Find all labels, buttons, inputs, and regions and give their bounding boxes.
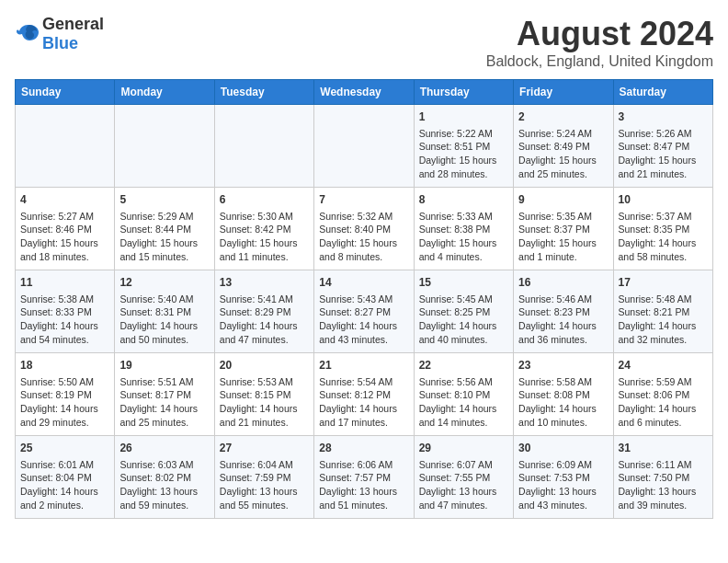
day-number: 15 (419, 275, 508, 291)
calendar-cell: 30Sunrise: 6:09 AM Sunset: 7:53 PM Dayli… (514, 436, 613, 519)
day-info: Sunrise: 6:03 AM Sunset: 8:02 PM Dayligh… (119, 458, 209, 512)
calendar-cell: 11Sunrise: 5:38 AM Sunset: 8:33 PM Dayli… (16, 270, 115, 353)
day-info: Sunrise: 5:41 AM Sunset: 8:29 PM Dayligh… (220, 293, 309, 347)
day-number: 20 (220, 358, 309, 373)
day-number: 10 (619, 192, 708, 208)
day-number: 31 (619, 441, 708, 456)
day-number: 24 (619, 358, 708, 373)
day-info: Sunrise: 5:50 AM Sunset: 8:19 PM Dayligh… (20, 375, 109, 430)
calendar-cell: 31Sunrise: 6:11 AM Sunset: 7:50 PM Dayli… (613, 436, 712, 519)
calendar-week-row: 18Sunrise: 5:50 AM Sunset: 8:19 PM Dayli… (16, 353, 713, 436)
logo-general-text: General (42, 15, 104, 33)
calendar-cell: 10Sunrise: 5:37 AM Sunset: 8:35 PM Dayli… (613, 188, 712, 270)
day-number: 17 (619, 275, 708, 291)
day-info: Sunrise: 5:59 AM Sunset: 8:06 PM Dayligh… (619, 375, 708, 430)
calendar-week-row: 11Sunrise: 5:38 AM Sunset: 8:33 PM Dayli… (16, 270, 713, 353)
day-info: Sunrise: 5:37 AM Sunset: 8:35 PM Dayligh… (619, 210, 708, 264)
calendar-cell: 5Sunrise: 5:29 AM Sunset: 8:44 PM Daylig… (115, 188, 214, 270)
calendar-week-row: 25Sunrise: 6:01 AM Sunset: 8:04 PM Dayli… (16, 436, 713, 519)
day-number: 21 (319, 358, 408, 373)
calendar-week-row: 1Sunrise: 5:22 AM Sunset: 8:51 PM Daylig… (16, 105, 713, 188)
logo: General Blue (15, 15, 104, 53)
day-number: 16 (518, 275, 608, 291)
calendar-header-row: SundayMondayTuesdayWednesdayThursdayFrid… (16, 80, 713, 105)
logo-blue-text: Blue (42, 34, 78, 52)
calendar-cell: 16Sunrise: 5:46 AM Sunset: 8:23 PM Dayli… (514, 270, 613, 353)
calendar-cell (314, 105, 414, 188)
main-title: August 2024 (486, 15, 713, 53)
day-info: Sunrise: 5:24 AM Sunset: 8:49 PM Dayligh… (518, 127, 608, 181)
calendar-cell: 20Sunrise: 5:53 AM Sunset: 8:15 PM Dayli… (214, 353, 313, 436)
day-number: 5 (119, 192, 209, 208)
calendar-cell: 17Sunrise: 5:48 AM Sunset: 8:21 PM Dayli… (613, 270, 712, 353)
day-number: 1 (419, 109, 508, 125)
calendar-table: SundayMondayTuesdayWednesdayThursdayFrid… (15, 79, 713, 519)
day-info: Sunrise: 6:09 AM Sunset: 7:53 PM Dayligh… (518, 458, 608, 512)
day-number: 26 (119, 441, 209, 456)
logo-icon (15, 21, 40, 47)
col-header-saturday: Saturday (613, 80, 712, 105)
day-info: Sunrise: 5:40 AM Sunset: 8:31 PM Dayligh… (119, 293, 209, 347)
day-number: 19 (119, 358, 209, 373)
calendar-cell: 24Sunrise: 5:59 AM Sunset: 8:06 PM Dayli… (613, 353, 712, 436)
calendar-cell: 1Sunrise: 5:22 AM Sunset: 8:51 PM Daylig… (414, 105, 513, 188)
day-info: Sunrise: 5:54 AM Sunset: 8:12 PM Dayligh… (319, 375, 408, 430)
calendar-cell: 7Sunrise: 5:32 AM Sunset: 8:40 PM Daylig… (314, 188, 414, 270)
calendar-cell: 19Sunrise: 5:51 AM Sunset: 8:17 PM Dayli… (115, 353, 214, 436)
col-header-sunday: Sunday (16, 80, 115, 105)
day-info: Sunrise: 5:43 AM Sunset: 8:27 PM Dayligh… (319, 293, 408, 347)
calendar-week-row: 4Sunrise: 5:27 AM Sunset: 8:46 PM Daylig… (16, 188, 713, 270)
col-header-monday: Monday (115, 80, 214, 105)
subtitle: Baldock, England, United Kingdom (486, 53, 713, 70)
calendar-cell: 21Sunrise: 5:54 AM Sunset: 8:12 PM Dayli… (314, 353, 414, 436)
day-number: 25 (20, 441, 109, 456)
day-number: 29 (419, 441, 508, 456)
day-info: Sunrise: 5:51 AM Sunset: 8:17 PM Dayligh… (119, 375, 209, 430)
calendar-cell: 12Sunrise: 5:40 AM Sunset: 8:31 PM Dayli… (115, 270, 214, 353)
day-info: Sunrise: 6:06 AM Sunset: 7:57 PM Dayligh… (319, 458, 408, 512)
day-number: 23 (518, 358, 608, 373)
calendar-cell: 9Sunrise: 5:35 AM Sunset: 8:37 PM Daylig… (514, 188, 613, 270)
col-header-wednesday: Wednesday (314, 80, 414, 105)
day-number: 22 (419, 358, 508, 373)
day-number: 2 (518, 109, 608, 125)
day-info: Sunrise: 5:32 AM Sunset: 8:40 PM Dayligh… (319, 210, 408, 264)
calendar-cell: 27Sunrise: 6:04 AM Sunset: 7:59 PM Dayli… (214, 436, 313, 519)
day-info: Sunrise: 5:56 AM Sunset: 8:10 PM Dayligh… (419, 375, 508, 430)
day-number: 8 (419, 192, 508, 208)
calendar-cell: 3Sunrise: 5:26 AM Sunset: 8:47 PM Daylig… (613, 105, 712, 188)
day-number: 27 (220, 441, 309, 456)
day-info: Sunrise: 6:11 AM Sunset: 7:50 PM Dayligh… (619, 458, 708, 512)
day-number: 18 (20, 358, 109, 373)
day-number: 28 (319, 441, 408, 456)
calendar-cell: 4Sunrise: 5:27 AM Sunset: 8:46 PM Daylig… (16, 188, 115, 270)
day-info: Sunrise: 5:35 AM Sunset: 8:37 PM Dayligh… (518, 210, 608, 264)
day-number: 14 (319, 275, 408, 291)
day-info: Sunrise: 5:58 AM Sunset: 8:08 PM Dayligh… (518, 375, 608, 430)
day-info: Sunrise: 5:26 AM Sunset: 8:47 PM Dayligh… (619, 127, 708, 181)
day-info: Sunrise: 6:04 AM Sunset: 7:59 PM Dayligh… (220, 458, 309, 512)
calendar-cell: 29Sunrise: 6:07 AM Sunset: 7:55 PM Dayli… (414, 436, 513, 519)
day-info: Sunrise: 5:33 AM Sunset: 8:38 PM Dayligh… (419, 210, 508, 264)
title-block: August 2024 Baldock, England, United Kin… (486, 15, 713, 70)
calendar-cell: 8Sunrise: 5:33 AM Sunset: 8:38 PM Daylig… (414, 188, 513, 270)
calendar-cell: 2Sunrise: 5:24 AM Sunset: 8:49 PM Daylig… (514, 105, 613, 188)
day-info: Sunrise: 5:30 AM Sunset: 8:42 PM Dayligh… (220, 210, 309, 264)
day-info: Sunrise: 5:45 AM Sunset: 8:25 PM Dayligh… (419, 293, 508, 347)
calendar-cell: 23Sunrise: 5:58 AM Sunset: 8:08 PM Dayli… (514, 353, 613, 436)
calendar-cell: 18Sunrise: 5:50 AM Sunset: 8:19 PM Dayli… (16, 353, 115, 436)
day-info: Sunrise: 5:53 AM Sunset: 8:15 PM Dayligh… (220, 375, 309, 430)
calendar-cell: 28Sunrise: 6:06 AM Sunset: 7:57 PM Dayli… (314, 436, 414, 519)
day-number: 9 (518, 192, 608, 208)
calendar-cell (115, 105, 214, 188)
calendar-cell: 25Sunrise: 6:01 AM Sunset: 8:04 PM Dayli… (16, 436, 115, 519)
day-number: 11 (20, 275, 109, 291)
day-number: 12 (119, 275, 209, 291)
calendar-cell: 6Sunrise: 5:30 AM Sunset: 8:42 PM Daylig… (214, 188, 313, 270)
day-info: Sunrise: 5:38 AM Sunset: 8:33 PM Dayligh… (20, 293, 109, 347)
day-info: Sunrise: 5:48 AM Sunset: 8:21 PM Dayligh… (619, 293, 708, 347)
page-header: General Blue August 2024 Baldock, Englan… (15, 15, 713, 70)
calendar-cell: 14Sunrise: 5:43 AM Sunset: 8:27 PM Dayli… (314, 270, 414, 353)
day-number: 7 (319, 192, 408, 208)
calendar-cell: 22Sunrise: 5:56 AM Sunset: 8:10 PM Dayli… (414, 353, 513, 436)
